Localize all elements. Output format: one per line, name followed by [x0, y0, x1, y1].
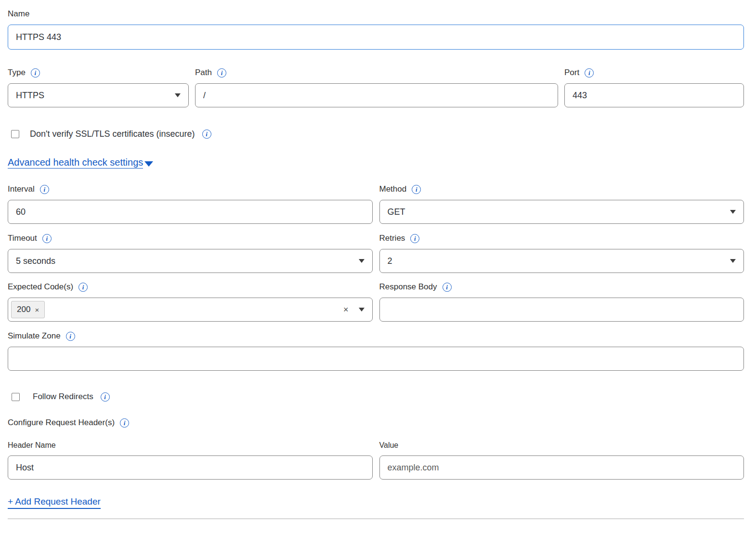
chevron-down-icon	[359, 259, 365, 263]
verify-ssl-row: Don't verify SSL/TLS certificates (insec…	[8, 129, 744, 139]
chevron-down-icon	[730, 259, 736, 263]
expected-codes-label: Expected Code(s)	[8, 282, 73, 292]
name-label-row: Name	[8, 9, 744, 19]
timeout-select-value: 5 seconds	[16, 256, 55, 266]
type-field-group: Type i HTTPS	[8, 68, 189, 107]
response-body-field-group: Response Body i	[379, 282, 744, 322]
interval-input[interactable]	[8, 200, 373, 224]
interval-field-group: Interval i	[8, 184, 373, 224]
type-info-icon[interactable]: i	[31, 68, 40, 78]
code-tag: 200 ×	[11, 301, 45, 318]
simulate-zone-info-icon[interactable]: i	[66, 332, 75, 341]
clear-select-icon[interactable]: ×	[343, 305, 349, 314]
timeout-select[interactable]: 5 seconds	[8, 249, 373, 273]
health-check-form: Name Type i HTTPS Path i Port i	[0, 0, 756, 530]
timeout-info-icon[interactable]: i	[42, 234, 52, 243]
simulate-zone-field-group: Simulate Zone i	[8, 331, 744, 371]
remove-tag-icon[interactable]: ×	[35, 306, 39, 313]
simulate-zone-input[interactable]	[8, 347, 744, 371]
interval-label-row: Interval i	[8, 184, 373, 194]
interval-label: Interval	[8, 184, 35, 194]
port-input[interactable]	[564, 83, 744, 107]
header-name-input[interactable]	[8, 455, 373, 480]
method-info-icon[interactable]: i	[412, 185, 421, 194]
timeout-label: Timeout	[8, 234, 37, 243]
name-field-group: Name	[8, 9, 744, 50]
follow-redirects-checkbox[interactable]	[12, 393, 20, 401]
port-label: Port	[564, 68, 579, 78]
name-input[interactable]	[8, 25, 744, 50]
path-label: Path	[195, 68, 212, 78]
header-name-label-row: Header Name	[8, 441, 373, 450]
header-value-field-group: Value	[379, 441, 744, 480]
port-field-group: Port i	[564, 68, 744, 107]
header-name-label: Header Name	[8, 441, 56, 450]
chevron-down-icon	[175, 93, 181, 97]
follow-redirects-row: Follow Redirects i	[8, 392, 744, 402]
add-request-header-row: + Add Request Header	[8, 496, 744, 507]
simulate-zone-label: Simulate Zone	[8, 331, 61, 341]
expected-codes-multiselect[interactable]: 200 × ×	[8, 298, 373, 322]
type-path-port-row: Type i HTTPS Path i Port i	[8, 68, 744, 107]
timeout-field-group: Timeout i 5 seconds	[8, 234, 373, 273]
timeout-retries-row: Timeout i 5 seconds Retries i 2	[8, 234, 744, 273]
port-info-icon[interactable]: i	[585, 68, 594, 78]
method-field-group: Method i GET	[379, 184, 744, 224]
section-divider	[8, 519, 744, 519]
retries-select[interactable]: 2	[379, 249, 744, 273]
retries-info-icon[interactable]: i	[410, 234, 419, 243]
header-name-field-group: Header Name	[8, 441, 373, 480]
verify-ssl-label: Don't verify SSL/TLS certificates (insec…	[30, 129, 195, 139]
response-body-input[interactable]	[379, 298, 744, 322]
path-field-group: Path i	[195, 68, 558, 107]
advanced-settings-row: Advanced health check settings	[8, 157, 744, 169]
response-body-label-row: Response Body i	[379, 282, 744, 292]
retries-label: Retries	[379, 234, 405, 243]
header-value-label-row: Value	[379, 441, 744, 450]
expected-codes-label-row: Expected Code(s) i	[8, 282, 373, 292]
request-headers-section-row: Configure Request Header(s) i	[8, 418, 744, 428]
method-select-value: GET	[388, 207, 405, 217]
path-input[interactable]	[195, 83, 558, 107]
type-label-row: Type i	[8, 68, 189, 78]
request-headers-section-label: Configure Request Header(s)	[8, 418, 115, 428]
name-label: Name	[8, 9, 29, 19]
simulate-zone-label-row: Simulate Zone i	[8, 331, 744, 341]
verify-ssl-checkbox[interactable]	[11, 130, 19, 138]
retries-label-row: Retries i	[379, 234, 744, 243]
request-header-row: Header Name Value	[8, 441, 744, 480]
port-label-row: Port i	[564, 68, 744, 78]
path-info-icon[interactable]: i	[217, 68, 226, 78]
follow-redirects-label: Follow Redirects	[33, 392, 93, 402]
timeout-label-row: Timeout i	[8, 234, 373, 243]
codes-body-row: Expected Code(s) i 200 × × Response Body…	[8, 282, 744, 322]
expected-codes-info-icon[interactable]: i	[78, 283, 88, 292]
path-label-row: Path i	[195, 68, 558, 78]
type-label: Type	[8, 68, 26, 78]
response-body-info-icon[interactable]: i	[443, 283, 452, 292]
multiselect-controls: ×	[343, 305, 365, 314]
type-select[interactable]: HTTPS	[8, 83, 189, 107]
code-tag-value: 200	[17, 305, 30, 314]
interval-info-icon[interactable]: i	[40, 185, 49, 194]
retries-field-group: Retries i 2	[379, 234, 744, 273]
method-select[interactable]: GET	[379, 200, 744, 224]
header-value-input[interactable]	[379, 455, 744, 480]
follow-redirects-info-icon[interactable]: i	[101, 392, 110, 402]
expected-codes-field-group: Expected Code(s) i 200 × ×	[8, 282, 373, 322]
interval-method-row: Interval i Method i GET	[8, 184, 744, 224]
method-label-row: Method i	[379, 184, 744, 194]
verify-ssl-info-icon[interactable]: i	[202, 130, 211, 139]
retries-select-value: 2	[388, 256, 392, 266]
method-label: Method	[379, 184, 407, 194]
header-value-label: Value	[379, 441, 399, 450]
request-headers-info-icon[interactable]: i	[120, 418, 129, 428]
response-body-label: Response Body	[379, 282, 437, 292]
advanced-settings-link[interactable]: Advanced health check settings	[8, 157, 143, 169]
add-request-header-link[interactable]: + Add Request Header	[8, 496, 101, 509]
type-select-value: HTTPS	[16, 91, 44, 101]
chevron-down-icon	[730, 210, 736, 214]
chevron-down-icon	[359, 308, 365, 312]
caret-down-icon	[144, 161, 153, 167]
